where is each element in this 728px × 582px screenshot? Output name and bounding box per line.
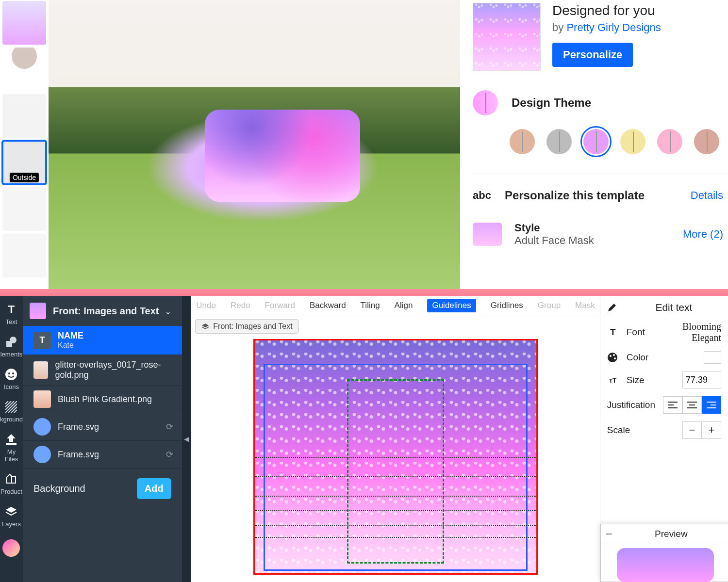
layers-panel-header[interactable]: Front: Images and Text ⌃ [23, 296, 182, 326]
thumb-4[interactable] [2, 187, 46, 231]
design-thumbnail[interactable] [473, 3, 541, 71]
pink-divider [0, 289, 728, 296]
layers-head-thumb [30, 303, 46, 319]
byline: by Pretty Girly Designs [552, 21, 661, 34]
color-row[interactable]: Color [607, 351, 721, 364]
rail-elements[interactable]: lements [0, 335, 23, 358]
pencil-icon [607, 303, 617, 312]
canvas-viewport[interactable] [191, 334, 599, 582]
redo-button[interactable]: Redo [231, 301, 250, 310]
rail-product-label: Product [0, 488, 22, 495]
surface-crumb-label: Front: Images and Text [213, 322, 292, 331]
backward-button[interactable]: Backward [310, 301, 346, 310]
swatch-4[interactable] [657, 129, 682, 154]
tiling-button[interactable]: Tiling [361, 301, 380, 310]
designer-link[interactable]: Pretty Girly Designs [566, 21, 661, 33]
rail-icons[interactable]: Icons [0, 368, 23, 390]
mask-button[interactable]: Mask [575, 301, 595, 310]
artboard[interactable] [255, 340, 536, 573]
layer-name[interactable]: T NAME Kate [23, 326, 182, 355]
theme-dot-icon [473, 90, 498, 115]
align-button[interactable]: Align [395, 301, 413, 310]
font-label: Font [627, 327, 645, 338]
rail-myfiles[interactable]: My Files [0, 433, 23, 463]
layer-gradient[interactable]: Blush Pink Gradient.png [23, 386, 182, 413]
undo-button[interactable]: Undo [196, 301, 216, 310]
thumb-5[interactable] [2, 234, 46, 277]
font-row[interactable]: T Font Blooming Elegant [607, 321, 721, 343]
scale-up-button[interactable]: + [702, 421, 721, 439]
panel-collapse-grip[interactable]: ◂ [182, 296, 192, 582]
product-side-panel: Designed for you by Pretty Girly Designs… [460, 0, 728, 289]
thumb-1[interactable] [2, 48, 46, 91]
thumb-2[interactable] [2, 94, 46, 138]
canvas-column: Undo Redo Forward Backward Tiling Align … [191, 296, 599, 582]
guide-line [255, 537, 536, 538]
color-swatch[interactable] [704, 351, 721, 364]
style-label: Style [514, 222, 594, 234]
rail-text-label: Text [6, 318, 17, 325]
more-link[interactable]: More (2) [683, 228, 723, 241]
layer-type-frame-icon [33, 418, 51, 436]
justification-label: Justification [607, 400, 655, 410]
guide-line [255, 496, 536, 497]
layers-icon [201, 323, 209, 330]
preview-pane: − Preview [600, 524, 728, 582]
layer-label: NAME Kate [58, 331, 83, 350]
svg-rect-6 [6, 443, 17, 445]
size-label: Size [627, 375, 645, 386]
svg-point-2 [5, 369, 17, 380]
preview-header: − Preview [601, 524, 728, 544]
main-product-photo[interactable] [49, 0, 460, 289]
font-name-preview: Blooming Elegant [653, 321, 721, 343]
swatch-0[interactable] [510, 129, 535, 154]
svg-point-8 [610, 355, 612, 357]
rail-text[interactable]: T Text [0, 303, 23, 325]
layer-type-frame-icon [33, 446, 51, 463]
refresh-icon[interactable]: ⟳ [166, 421, 173, 432]
justify-left-button[interactable] [663, 396, 682, 414]
layer-frame-1[interactable]: Frame.svg ⟳ [23, 413, 182, 441]
layer-type-image-icon [33, 390, 51, 408]
swatch-2[interactable] [583, 129, 609, 154]
chevron-left-icon: ◂ [184, 433, 189, 445]
avatar[interactable] [2, 539, 20, 557]
divider-line [473, 174, 728, 174]
layer-label: glitter-overlays_0017_rose-gold.png [55, 360, 173, 380]
guidelines-button[interactable]: Guidelines [427, 299, 476, 312]
layer-frame-2[interactable]: Frame.svg ⟳ [23, 441, 182, 469]
justify-right-button[interactable] [702, 396, 721, 414]
add-button[interactable]: Add [137, 478, 171, 499]
group-button[interactable]: Group [538, 301, 561, 310]
gridlines-button[interactable]: Gridlines [491, 301, 523, 310]
layer-glitter[interactable]: glitter-overlays_0017_rose-gold.png [23, 355, 182, 386]
rail-layers[interactable]: Layers [0, 505, 23, 528]
minimize-icon[interactable]: − [606, 527, 617, 541]
rail-background[interactable]: kground [0, 400, 23, 423]
forward-button[interactable]: Forward [265, 301, 295, 310]
size-input[interactable] [682, 372, 721, 388]
justification-row: Justification [607, 396, 721, 414]
preview-mask-image [617, 548, 714, 582]
layers-panel: Front: Images and Text ⌃ T NAME Kate gli… [23, 296, 182, 582]
justify-center-button[interactable] [682, 396, 702, 414]
swatch-1[interactable] [546, 129, 572, 154]
thumb-3[interactable]: Outside [2, 141, 46, 184]
scale-down-button[interactable]: − [682, 421, 702, 439]
font-icon: T [607, 327, 619, 338]
guide-line [255, 476, 536, 477]
edit-text-panel: Edit text T Font Blooming Elegant Color … [600, 296, 728, 582]
refresh-icon[interactable]: ⟳ [166, 449, 173, 460]
thumb-0[interactable] [2, 1, 46, 45]
canvas-toolbar: Undo Redo Forward Backward Tiling Align … [191, 296, 599, 315]
swatch-5[interactable] [694, 129, 719, 154]
by-label: by [552, 21, 563, 33]
details-link[interactable]: Details [691, 189, 723, 202]
surface-crumb[interactable]: Front: Images and Text [195, 319, 298, 334]
rail-product[interactable]: Product [0, 472, 23, 495]
designed-row: Designed for you by Pretty Girly Designs… [473, 3, 728, 71]
personalize-button[interactable]: Personalize [552, 43, 633, 67]
product-icon [4, 472, 18, 486]
rail-layers-label: Layers [2, 520, 21, 528]
swatch-3[interactable] [620, 129, 645, 154]
